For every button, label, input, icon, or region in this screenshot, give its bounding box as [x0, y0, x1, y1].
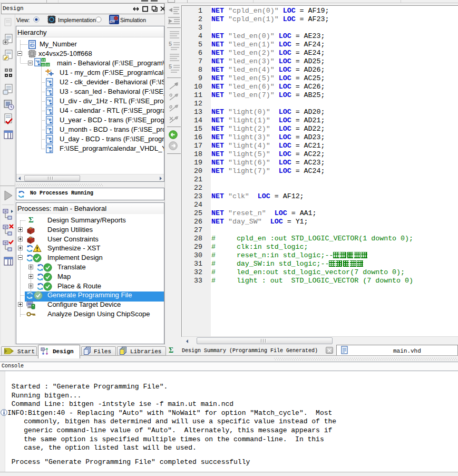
svg-text:v: v: [47, 136, 48, 139]
svg-text:v: v: [47, 79, 48, 82]
svg-text:v: v: [47, 117, 48, 120]
svg-text:H: H: [50, 128, 51, 131]
svg-text:H: H: [50, 90, 51, 93]
svg-text:5: 5: [169, 64, 172, 70]
svg-text:v: v: [47, 89, 48, 92]
svg-text:H: H: [50, 109, 51, 112]
svg-text:5: 5: [169, 41, 172, 47]
svg-text:c: c: [50, 147, 51, 150]
svg-text:ISim: ISim: [110, 21, 116, 24]
svg-text:v: v: [35, 59, 37, 62]
svg-text:H: H: [50, 81, 51, 83]
svg-text:H: H: [38, 61, 40, 63]
svg-text:v: v: [47, 98, 48, 101]
svg-text:u: u: [47, 145, 48, 149]
svg-text:v: v: [47, 127, 48, 130]
svg-text:H: H: [50, 100, 51, 102]
svg-text:H: H: [50, 138, 51, 140]
svg-text:v: v: [47, 108, 48, 111]
svg-text:H: H: [50, 119, 51, 121]
